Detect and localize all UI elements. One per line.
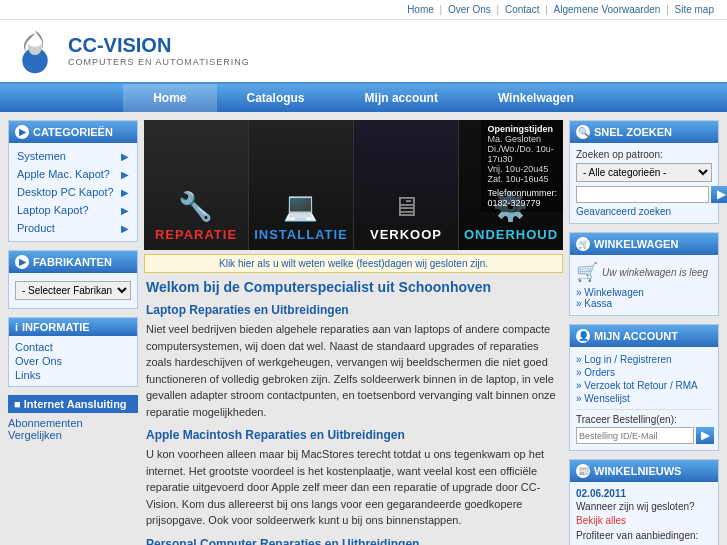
nav-catalogus[interactable]: Catalogus xyxy=(217,84,335,112)
search-category-select[interactable]: - Alle categorieën - xyxy=(576,163,712,182)
cart-title: WINKELWAGEN xyxy=(594,238,678,250)
cart-empty-text: Uw winkelwagen is leeg xyxy=(602,267,708,278)
search-box: 🔍 SNEL ZOEKEN Zoeken op patroon: - Alle … xyxy=(569,120,719,224)
oh-vrij: Vrij. 10u-20u45 xyxy=(487,164,557,174)
logo-icon xyxy=(10,26,60,76)
cart-content: 🛒 Uw winkelwagen is leeg Winkelwagen Kas… xyxy=(570,255,718,315)
cat-product[interactable]: Product ▶ xyxy=(9,219,137,237)
search-input[interactable] xyxy=(576,186,709,203)
logo-area: CC-VISION COMPUTERS EN AUTOMATISERING xyxy=(10,26,250,76)
fabrikanten-select[interactable]: - Selecteer Fabrikant - xyxy=(15,281,131,300)
welcome-title: Welkom bij de Computerspecialist uit Sch… xyxy=(146,279,561,295)
advanced-search-link[interactable]: Geavanceerd zoeken xyxy=(576,206,712,217)
fabrikanten-header: ▶ FABRIKANTEN xyxy=(9,251,137,273)
search-content: Zoeken op patroon: - Alle categorieën - … xyxy=(570,143,718,223)
fabrikanten-title: FABRIKANTEN xyxy=(33,256,112,268)
apple-text: U kon voorheen alleen maar bij MacStores… xyxy=(146,446,561,529)
feestdagen-link[interactable]: Klik hier als u wilt weten welke (feest)… xyxy=(219,258,488,269)
track-button[interactable]: ▶ xyxy=(696,427,714,444)
track-input[interactable] xyxy=(576,427,694,444)
cat-laptop[interactable]: Laptop Kapot? ▶ xyxy=(9,201,137,219)
topbar-sitemap[interactable]: Site map xyxy=(675,4,714,15)
categories-icon: ▶ xyxy=(15,125,29,139)
internet-box: ■ Internet Aansluiting Abonnementen Verg… xyxy=(8,395,138,443)
informatie-icon: i xyxy=(15,321,18,333)
banner-installatie-label: INSTALLATIE xyxy=(254,227,348,242)
search-header: 🔍 SNEL ZOEKEN xyxy=(570,121,718,143)
welcome-section: Welkom bij de Computerspecialist uit Sch… xyxy=(144,279,563,545)
search-button[interactable]: ▶ xyxy=(711,186,727,203)
account-wenslijst[interactable]: Wenselijst xyxy=(576,392,712,405)
topbar-contact[interactable]: Contact xyxy=(505,4,539,15)
sidebar-left: ▶ CATEGORIEËN Systemen ▶ Apple Mac. Kapo… xyxy=(8,120,138,545)
banner: 🔧 REPARATIE 💻 INSTALLATIE 🖥 VERKOOP xyxy=(144,120,563,250)
search-label: Zoeken op patroon: xyxy=(576,149,712,160)
cat-apple-label: Apple Mac. Kapot? xyxy=(17,168,110,180)
pc-title: Personal Computer Reparaties en Uitbreid… xyxy=(146,537,561,546)
cart-kassa-link[interactable]: Kassa xyxy=(576,298,712,309)
topbar-home[interactable]: Home xyxy=(407,4,434,15)
account-title: MIJN ACCOUNT xyxy=(594,330,678,342)
nav-mijn-account[interactable]: Mijn account xyxy=(335,84,468,112)
cart-winkelwagen-link[interactable]: Winkelwagen xyxy=(576,287,712,298)
abonnement-link[interactable]: Abonnementen Vergelijken xyxy=(8,415,138,443)
nav-home[interactable]: Home xyxy=(123,84,216,112)
cat-apple[interactable]: Apple Mac. Kapot? ▶ xyxy=(9,165,137,183)
logo-text-area: CC-VISION COMPUTERS EN AUTOMATISERING xyxy=(68,35,250,67)
news-date: 02.06.2011 xyxy=(576,488,712,499)
opening-hours: Openingstijden Ma. Gesloten Di./Wo./Do. … xyxy=(481,120,563,212)
info-over-ons[interactable]: Over Ons xyxy=(15,354,131,368)
top-bar: Home | Over Ons | Contact | Algemene Voo… xyxy=(0,0,727,20)
account-orders[interactable]: Orders xyxy=(576,366,712,379)
banner-reparatie: 🔧 REPARATIE xyxy=(144,120,249,250)
categories-content: Systemen ▶ Apple Mac. Kapot? ▶ Desktop P… xyxy=(9,143,137,241)
cat-systemen[interactable]: Systemen ▶ xyxy=(9,147,137,165)
news-content: 02.06.2011 Wanneer zijn wij gesloten? Be… xyxy=(570,482,718,545)
account-retour[interactable]: Verzoek tot Retour / RMA xyxy=(576,379,712,392)
news-header: 📰 WINKELNIEUWS xyxy=(570,460,718,482)
cat-laptop-label: Laptop Kapot? xyxy=(17,204,89,216)
sep3: | xyxy=(545,4,548,15)
cat-desktop-arrow: ▶ xyxy=(121,187,129,198)
search-row: ▶ xyxy=(576,186,712,203)
news-bekijk-link[interactable]: Bekijk alles xyxy=(576,515,626,526)
informatie-header: i INFORMATIE xyxy=(9,318,137,336)
cart-icon: 🛒 xyxy=(576,237,590,251)
cat-desktop[interactable]: Desktop PC Kapot? ▶ xyxy=(9,183,137,201)
main: ▶ CATEGORIEËN Systemen ▶ Apple Mac. Kapo… xyxy=(0,112,727,545)
news-box: 📰 WINKELNIEUWS 02.06.2011 Wanneer zijn w… xyxy=(569,459,719,545)
center-content: 🔧 REPARATIE 💻 INSTALLATIE 🖥 VERKOOP xyxy=(144,120,563,545)
fabrikanten-icon: ▶ xyxy=(15,255,29,269)
internet-title: ■ Internet Aansluiting xyxy=(8,395,138,413)
nav-winkelwagen[interactable]: Winkelwagen xyxy=(468,84,604,112)
cat-apple-arrow: ▶ xyxy=(121,169,129,180)
oh-di2: 17u30 xyxy=(487,154,557,164)
banner-onderhoud-label: ONDERHOUD xyxy=(464,227,558,242)
account-header: 👤 MIJN ACCOUNT xyxy=(570,325,718,347)
account-icon: 👤 xyxy=(576,329,590,343)
cat-product-arrow: ▶ xyxy=(121,223,129,234)
topbar-algemene[interactable]: Algemene Voorwaarden xyxy=(554,4,661,15)
cart-box: 🛒 WINKELWAGEN 🛒 Uw winkelwagen is leeg W… xyxy=(569,232,719,316)
opening-title: Openingstijden xyxy=(487,124,557,134)
informatie-box: i INFORMATIE Contact Over Ons Links xyxy=(8,317,138,387)
cat-systemen-label: Systemen xyxy=(17,150,66,162)
info-links[interactable]: Links xyxy=(15,368,131,382)
account-login[interactable]: Log in / Registreren xyxy=(576,353,712,366)
categories-box: ▶ CATEGORIEËN Systemen ▶ Apple Mac. Kapo… xyxy=(8,120,138,242)
cat-laptop-arrow: ▶ xyxy=(121,205,129,216)
track-row: ▶ xyxy=(576,427,712,444)
cat-desktop-label: Desktop PC Kapot? xyxy=(17,186,114,198)
info-contact[interactable]: Contact xyxy=(15,340,131,354)
banner-reparatie-label: REPARATIE xyxy=(155,227,237,242)
account-box: 👤 MIJN ACCOUNT Log in / Registreren Orde… xyxy=(569,324,719,451)
informatie-title: INFORMATIE xyxy=(22,321,90,333)
topbar-over-ons[interactable]: Over Ons xyxy=(448,4,491,15)
cart-icon-display: 🛒 xyxy=(576,261,598,283)
sidebar-right: 🔍 SNEL ZOEKEN Zoeken op patroon: - Alle … xyxy=(569,120,719,545)
sep2: | xyxy=(497,4,500,15)
cart-links: Winkelwagen Kassa xyxy=(576,287,712,309)
banner-verkoop: 🖥 VERKOOP xyxy=(354,120,459,250)
laptop-title: Laptop Reparaties en Uitbreidingen xyxy=(146,303,561,317)
cat-systemen-arrow: ▶ xyxy=(121,151,129,162)
